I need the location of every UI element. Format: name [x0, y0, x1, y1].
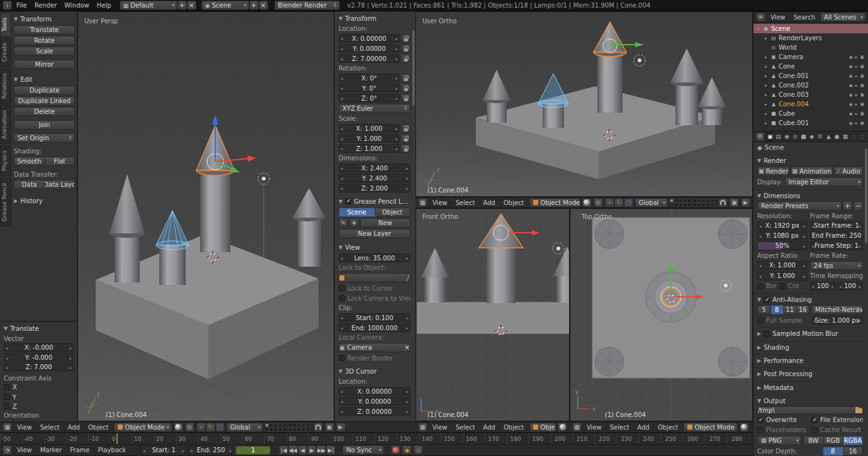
next-keyframe-button[interactable]: ▶▶ [317, 445, 326, 455]
lock-rotation-z-button[interactable] [401, 94, 410, 103]
editor-type-button[interactable]: ▦ [418, 198, 427, 208]
layer-toggle[interactable] [670, 203, 674, 207]
add-menu[interactable]: Add [480, 424, 499, 431]
scale-x-field[interactable]: X: 1.000 [339, 124, 400, 133]
panel-header-metadata[interactable]: ▶Metadata [757, 384, 863, 392]
pivot-center-button[interactable]: ◎ [594, 198, 603, 208]
layer-toggle[interactable] [697, 199, 701, 203]
aa-samples-11[interactable]: 11 [784, 305, 797, 314]
lamp-object[interactable] [634, 55, 645, 66]
menu-file[interactable]: File [13, 2, 30, 9]
location-x-field[interactable]: X: 0.00000 [339, 34, 400, 43]
lock-scale-z-button[interactable] [401, 144, 410, 153]
constraint-z-checkbox[interactable] [4, 403, 10, 409]
translate-manipulator-icon[interactable]: + [196, 423, 206, 432]
layer-toggle[interactable] [283, 423, 286, 427]
outliner-item-World[interactable]: ◎World [753, 43, 868, 52]
output-path-field[interactable]: /tmp\ [757, 406, 863, 414]
visibility-toggle-icon[interactable]: ◉ [849, 121, 853, 126]
outliner-item-Cone.004[interactable]: ▸▲Cone.004◉▸▣ [753, 99, 868, 109]
clip-end-field[interactable]: End: 1000.000 [339, 323, 410, 332]
outliner-item-Cone.003[interactable]: ▸▲Cone.003◉▸▣ [753, 90, 868, 99]
viewport-shading-button[interactable] [740, 423, 749, 432]
remove-preset-button[interactable]: − [854, 201, 863, 211]
resolution-x-field[interactable]: X: 1920 px [757, 221, 808, 230]
translate-button[interactable]: Translate [14, 25, 75, 35]
aa-checkbox[interactable] [764, 297, 770, 303]
editor-type-button[interactable]: ▦ [418, 423, 427, 432]
castle-model[interactable] [96, 125, 325, 379]
layer-toggle[interactable] [278, 423, 282, 427]
clear-icon[interactable]: × [405, 344, 410, 351]
layer-toggle[interactable] [274, 423, 278, 427]
gp-new-layer-button[interactable]: New Layer [339, 229, 410, 238]
frame-rate-select[interactable]: 24 fps [810, 261, 863, 270]
rgba-button[interactable]: RGBA [843, 436, 863, 445]
aspect-x-field[interactable]: X: 1.000 [757, 261, 808, 270]
lock-to-object-field[interactable]: ╱ [339, 273, 410, 282]
prev-keyframe-button[interactable]: ◀◀ [288, 445, 298, 455]
layer-toggle[interactable] [683, 199, 687, 203]
object-menu[interactable]: Object [500, 199, 527, 206]
insert-keyframe-button[interactable]: ◇ [414, 445, 423, 455]
expand-icon[interactable]: ▸ [764, 111, 769, 116]
render-engine-select[interactable]: Blender Render [274, 1, 340, 10]
timeline-ruler[interactable]: -50-40-30-20-100102030405060708090100110… [0, 433, 753, 444]
selectability-toggle-icon[interactable]: ▸ [855, 83, 858, 88]
outliner-search-menu[interactable]: Search [791, 14, 818, 21]
scale-manipulator-icon[interactable]: □ [215, 423, 225, 432]
panel-header-view[interactable]: ▼View [339, 242, 410, 252]
scene-select[interactable]: ◉ Scene [201, 1, 249, 10]
panel-header-output[interactable]: ▼Output [757, 397, 863, 405]
end-frame-field[interactable]: End Frame: 250 [810, 231, 863, 240]
layer-toggle[interactable] [693, 199, 697, 203]
layer-toggle[interactable] [679, 199, 682, 203]
panel-header-history[interactable]: ▶History [14, 196, 75, 206]
npanel-scrollbar[interactable] [412, 30, 415, 106]
panel-header-motion-blur[interactable]: ▶Sampled Motion Blur [757, 330, 863, 338]
layer-toggle[interactable] [679, 203, 682, 207]
layer-toggle[interactable] [683, 203, 687, 207]
set-origin-select[interactable]: Set Origin [14, 133, 75, 143]
expand-icon[interactable]: ▸ [764, 64, 769, 69]
file-extensions-checkbox[interactable] [811, 417, 818, 423]
layer-toggle[interactable] [702, 199, 706, 203]
timeline-frame-menu[interactable]: Frame [67, 447, 93, 453]
rotate-button[interactable]: Rotate [14, 36, 75, 45]
tab-object[interactable]: ■ [800, 132, 806, 142]
editor-type-button[interactable]: ▦ [572, 423, 582, 432]
gp-scene-button[interactable]: Scene [339, 208, 375, 217]
outliner-item-RenderLayers[interactable]: ▸▤RenderLayers [753, 33, 868, 43]
view-menu[interactable]: View [429, 424, 451, 431]
layer-toggle[interactable] [269, 423, 273, 427]
layer-toggle[interactable] [278, 428, 282, 431]
visibility-toggle-icon[interactable]: ◉ [849, 74, 853, 79]
outliner-item-Cube[interactable]: ▸■Cube◉▸▣ [753, 109, 868, 118]
remap-new-field[interactable]: 100 [837, 282, 863, 291]
translate-manipulator-icon[interactable]: + [605, 198, 614, 208]
overwrite-checkbox[interactable] [757, 417, 764, 423]
mode-select[interactable]: Object Mode [684, 423, 738, 432]
constraint-y-checkbox[interactable] [4, 394, 10, 400]
outliner-view-menu[interactable]: View [767, 14, 789, 21]
layer-toggle[interactable] [283, 428, 286, 431]
viewport-shading-button[interactable] [558, 423, 567, 432]
layer-toggle[interactable] [674, 199, 678, 203]
selectability-toggle-icon[interactable]: ▸ [855, 64, 858, 69]
gp-new-button[interactable]: New [360, 218, 410, 228]
tab-render-layers[interactable]: ▤ [775, 132, 781, 142]
play-reverse-button[interactable]: ◀ [298, 445, 307, 455]
jump-to-start-button[interactable]: |◀ [279, 445, 288, 455]
scale-manipulator-icon[interactable]: □ [624, 198, 633, 208]
render-button[interactable]: ▣ Render [757, 167, 789, 176]
render-opengl-button[interactable]: ▣ [325, 423, 334, 432]
timeline-editor-icon[interactable]: ◔ [3, 445, 12, 455]
remap-old-field[interactable]: 100 [810, 282, 836, 291]
scale-z-field[interactable]: Z: 1.000 [339, 144, 400, 153]
record-button[interactable] [391, 445, 400, 455]
current-frame-field[interactable]: 1 [235, 446, 271, 455]
expand-icon[interactable]: ▾ [756, 26, 761, 31]
castle-model[interactable] [592, 218, 750, 378]
expand-icon[interactable]: ▸ [764, 55, 769, 60]
render-toggle-icon[interactable]: ▣ [860, 74, 864, 79]
